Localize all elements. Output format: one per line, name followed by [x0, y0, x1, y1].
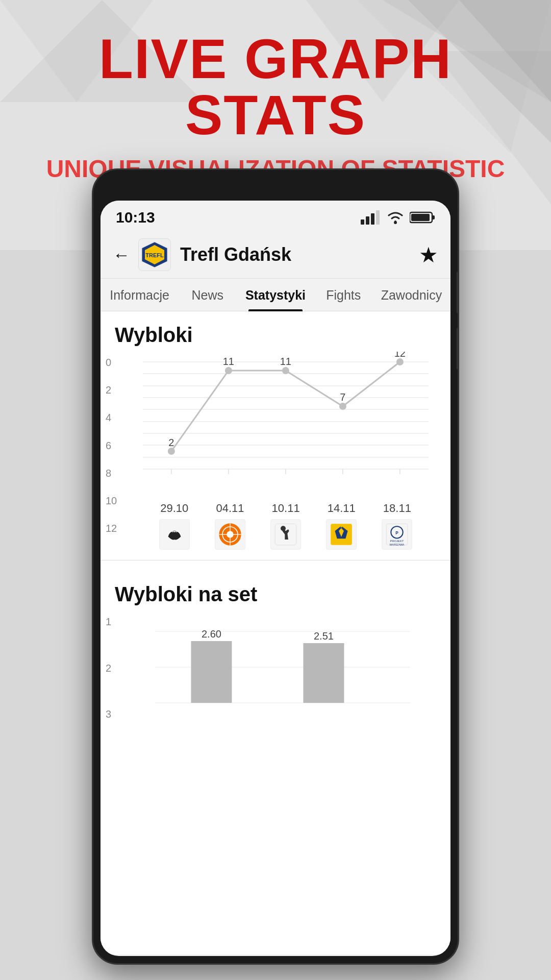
wybloki-chart-wrapper: 12 10 8 6 4 2 0 — [101, 352, 450, 550]
svg-rect-12 — [376, 210, 380, 225]
svg-rect-10 — [366, 216, 369, 225]
bar-chart-wrapper: 3 2 1 2.60 — [101, 611, 450, 725]
svg-text:2.51: 2.51 — [314, 630, 334, 642]
match-item-5: 18.11 P PROJEKT WARSZAWA — [382, 502, 412, 550]
svg-text:TREFL: TREFL — [145, 252, 164, 258]
svg-rect-11 — [371, 213, 374, 225]
content-area: Wybloki 12 10 8 6 4 2 0 — [101, 311, 450, 954]
volume-button — [457, 272, 459, 313]
match-item-2: 04.11 — [215, 502, 245, 550]
line-chart-path — [171, 362, 400, 451]
wybloki-section: Wybloki 12 10 8 6 4 2 0 — [101, 311, 450, 550]
y-axis-bar: 3 2 1 — [101, 611, 115, 725]
svg-text:12: 12 — [394, 352, 406, 359]
svg-rect-16 — [411, 214, 430, 221]
data-point-2 — [225, 367, 232, 374]
data-point-5 — [396, 358, 404, 365]
y-axis-wybloki: 12 10 8 6 4 2 0 — [101, 352, 121, 550]
match-item-1: 29.10 — [159, 502, 190, 550]
match-logo-2 — [215, 519, 245, 550]
section-divider — [101, 560, 450, 560]
match-logo-5: P PROJEKT WARSZAWA — [382, 519, 412, 550]
wybloki-na-set-section: Wybloki na set 3 2 1 — [101, 571, 450, 725]
svg-text:PROJEKT: PROJEKT — [390, 540, 404, 543]
data-point-1 — [168, 448, 175, 455]
match-logo-1 — [159, 519, 190, 550]
svg-text:P: P — [396, 530, 399, 535]
line-chart-container: 2 11 11 7 12 — [121, 352, 450, 550]
battery-icon — [410, 211, 435, 224]
bar-1 — [191, 641, 232, 703]
svg-rect-9 — [361, 219, 364, 225]
favorite-button[interactable]: ★ — [419, 242, 438, 267]
signal-icon — [361, 210, 381, 225]
power-button — [457, 328, 459, 369]
svg-text:11: 11 — [280, 356, 291, 367]
tab-informacje[interactable]: Informacje — [106, 279, 173, 311]
svg-text:11: 11 — [223, 356, 234, 367]
svg-text:★ ★ ★: ★ ★ ★ — [336, 525, 347, 528]
bar-chart-inner: 2.60 2.51 — [115, 611, 450, 725]
tab-zawodnicy[interactable]: Zawodnicy — [378, 279, 445, 311]
match-logo-3 — [270, 519, 301, 550]
wifi-icon — [386, 210, 405, 225]
svg-text:WARSZAWA: WARSZAWA — [390, 543, 405, 546]
status-bar: 10:13 — [101, 201, 450, 231]
svg-text:2: 2 — [169, 437, 174, 448]
team-logo: TREFL — [138, 238, 171, 271]
wybloki-title: Wybloki — [101, 311, 450, 352]
back-button[interactable]: ← — [113, 245, 130, 265]
phone-mockup: 10:13 — [92, 168, 459, 965]
nav-bar: ← TREFL Trefl Gdańsk ★ — [101, 231, 450, 279]
tab-statystyki[interactable]: Statystyki — [241, 279, 309, 311]
bar-2 — [304, 643, 344, 703]
phone-screen: 10:13 — [101, 201, 450, 956]
data-point-3 — [282, 367, 289, 374]
match-item-4: 14.11 ★ ★ ★ — [326, 502, 357, 550]
tab-news[interactable]: News — [173, 279, 241, 311]
tab-fights[interactable]: Fights — [310, 279, 378, 311]
svg-text:7: 7 — [340, 391, 346, 403]
tabs-bar: Informacje News Statystyki Fights Zawodn… — [101, 279, 450, 311]
status-icons — [361, 210, 435, 225]
status-time: 10:13 — [116, 209, 155, 226]
data-point-4 — [339, 403, 346, 410]
svg-point-13 — [394, 221, 397, 224]
match-dates-row: 29.10 — [121, 497, 450, 550]
match-item-3: 10.11 — [270, 502, 301, 550]
svg-text:2.60: 2.60 — [202, 628, 221, 640]
header-title: LIVE GRAPH STATS — [20, 31, 531, 143]
svg-rect-15 — [432, 215, 435, 219]
line-chart-svg: 2 11 11 7 12 — [121, 352, 450, 495]
trefl-logo-svg: TREFL — [141, 241, 168, 268]
match-logo-4: ★ ★ ★ — [326, 519, 357, 550]
svg-point-47 — [281, 526, 286, 531]
wybloki-na-set-title: Wybloki na set — [101, 571, 450, 611]
team-name: Trefl Gdańsk — [180, 244, 419, 265]
bar-chart-svg: 2.60 2.51 — [115, 611, 450, 723]
